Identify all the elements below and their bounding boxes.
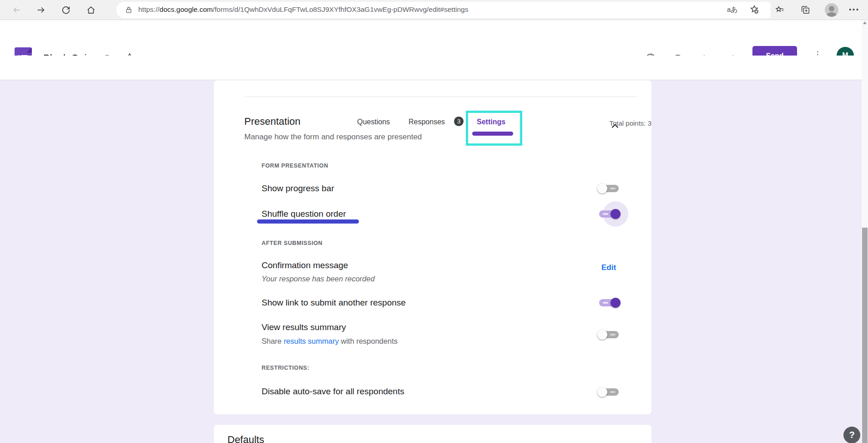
toggle-shuffle-question-order[interactable] bbox=[597, 208, 621, 220]
lock-icon[interactable] bbox=[125, 6, 133, 14]
add-favorite-icon[interactable] bbox=[749, 5, 759, 15]
defaults-card bbox=[214, 425, 651, 443]
row-label-shuffle-question-order: Shuffle question order bbox=[262, 209, 346, 219]
toggle-disable-autosave[interactable] bbox=[597, 386, 621, 398]
active-tab-indicator bbox=[472, 132, 513, 136]
group-label-after-submission: AFTER SUBMISSION bbox=[262, 240, 323, 246]
shuffle-underline-annotation bbox=[257, 219, 359, 224]
url-text[interactable]: https://docs.google.com/forms/d/1QwhDxVd… bbox=[138, 5, 468, 14]
tab-questions[interactable]: Questions bbox=[357, 118, 390, 126]
total-points: Total points: 3 bbox=[560, 119, 651, 127]
presentation-card bbox=[214, 80, 651, 414]
forms-header: Blank Quiz All changes saved in Drive Se… bbox=[0, 20, 868, 56]
tab-settings[interactable]: Settings bbox=[477, 118, 505, 126]
confirmation-message-value: Your response has been recorded bbox=[262, 275, 375, 283]
home-icon[interactable] bbox=[86, 5, 96, 15]
scrollbar-up-arrow-icon[interactable] bbox=[863, 21, 867, 24]
toggle-show-progress-bar[interactable] bbox=[597, 183, 621, 194]
results-summary-link[interactable]: results summary bbox=[284, 337, 339, 345]
help-button[interactable]: ? bbox=[843, 427, 860, 443]
row-label-view-results-summary: View results summary bbox=[262, 322, 346, 332]
scrollbar-thumb[interactable] bbox=[862, 228, 868, 443]
browser-profile-icon[interactable] bbox=[825, 3, 838, 17]
settings-tab-highlight-annotation bbox=[466, 111, 522, 146]
browser-toolbar: https://docs.google.com/forms/d/1QwhDxVd… bbox=[0, 0, 868, 20]
results-summary-subtitle: Share results summary with respondents bbox=[262, 337, 398, 346]
collections-icon[interactable] bbox=[800, 5, 810, 15]
tab-responses[interactable]: Responses bbox=[409, 118, 445, 126]
row-label-show-progress-bar: Show progress bar bbox=[262, 183, 334, 193]
translate-icon[interactable]: aあ bbox=[727, 5, 738, 14]
favorites-bar-icon[interactable] bbox=[775, 5, 785, 15]
edit-confirmation-link[interactable]: Edit bbox=[601, 263, 616, 272]
toggle-show-resubmit-link[interactable] bbox=[597, 297, 621, 309]
row-label-disable-autosave: Disable auto-save for all respondents bbox=[262, 387, 404, 397]
screen: https://docs.google.com/forms/d/1QwhDxVd… bbox=[0, 0, 868, 443]
row-label-confirmation-message: Confirmation message bbox=[262, 260, 348, 270]
forward-icon[interactable] bbox=[36, 5, 46, 15]
browser-menu-icon[interactable]: ••• bbox=[844, 6, 864, 13]
tab-bar: Questions Responses 3 Settings Total poi… bbox=[0, 56, 868, 80]
refresh-icon[interactable] bbox=[61, 5, 71, 15]
section-title-defaults: Defaults bbox=[227, 434, 264, 443]
group-label-restrictions: RESTRICTIONS: bbox=[262, 365, 309, 371]
group-label-form-presentation: FORM PRESENTATION bbox=[262, 163, 328, 169]
section-title-presentation: Presentation bbox=[244, 116, 301, 127]
page-scrollbar[interactable] bbox=[862, 20, 868, 443]
back-icon[interactable] bbox=[12, 5, 22, 15]
toggle-view-results-summary[interactable] bbox=[597, 329, 621, 341]
responses-count-badge: 3 bbox=[454, 117, 464, 126]
row-label-show-resubmit-link: Show link to submit another response bbox=[262, 298, 406, 308]
section-subtitle: Manage how the form and responses are pr… bbox=[244, 132, 422, 142]
card-divider bbox=[244, 97, 637, 97]
